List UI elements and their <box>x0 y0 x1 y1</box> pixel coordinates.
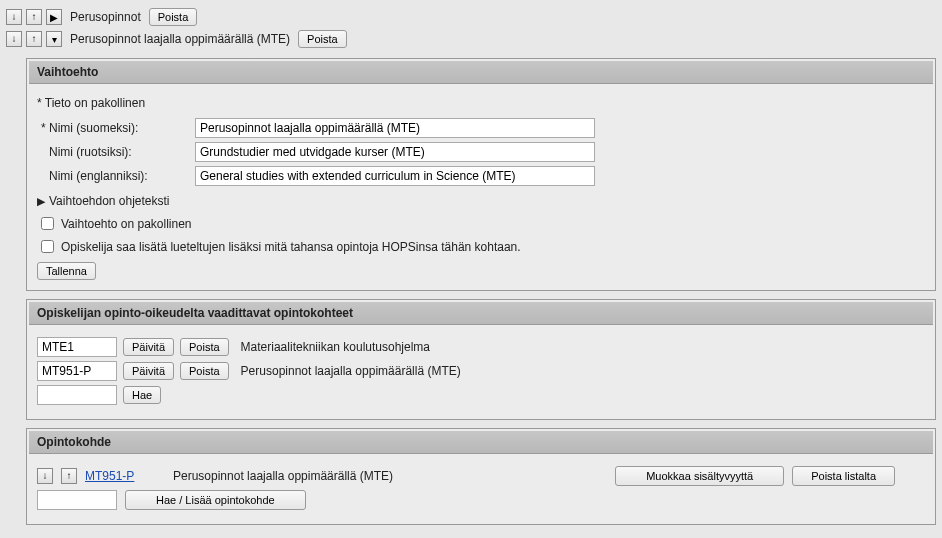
help-expander-label: Vaihtoehdon ohjeteksti <box>49 194 170 208</box>
label-name-fi: Nimi (suomeksi): <box>49 121 138 135</box>
search-button[interactable]: Hae <box>123 386 161 404</box>
required-code-input[interactable] <box>37 361 117 381</box>
required-row: Päivitä Poista Materiaalitekniikan koulu… <box>37 337 925 357</box>
node-title: Perusopinnot <box>70 10 141 24</box>
required-notice: * Tieto on pakollinen <box>37 96 925 110</box>
edit-containment-button[interactable]: Muokkaa sisältyvyyttä <box>615 466 784 486</box>
study-object-code-link[interactable]: MT951-P <box>85 469 165 483</box>
required-row: Päivitä Poista Perusopinnot laajalla opp… <box>37 361 925 381</box>
help-expander[interactable]: ▶ Vaihtoehdon ohjeteksti <box>37 194 925 208</box>
move-down-icon[interactable]: ↓ <box>37 468 53 484</box>
remove-button[interactable]: Poista <box>149 8 198 26</box>
move-up-icon[interactable]: ↑ <box>26 9 42 25</box>
input-name-en[interactable] <box>195 166 595 186</box>
required-search-input[interactable] <box>37 385 117 405</box>
update-button[interactable]: Päivitä <box>123 362 174 380</box>
chevron-right-icon: ▶ <box>37 195 45 208</box>
checkbox-anycourse-row: Opiskelija saa lisätä lueteltujen lisäks… <box>37 237 925 256</box>
label-name-en: Nimi (englanniksi): <box>49 169 148 183</box>
required-search-row: Hae <box>37 385 925 405</box>
remove-from-list-button[interactable]: Poista listalta <box>792 466 895 486</box>
checkbox-anycourse-label: Opiskelija saa lisätä lueteltujen lisäks… <box>61 240 521 254</box>
form-row-name-fi: *Nimi (suomeksi): <box>37 118 925 138</box>
tree-node-row: ↓ ↑ ▶ Perusopinnot Poista <box>6 6 936 28</box>
checkbox-anycourse[interactable] <box>41 240 54 253</box>
required-code-input[interactable] <box>37 337 117 357</box>
panel-study-object: Opintokohde ↓ ↑ MT951-P Perusopinnot laa… <box>26 428 936 525</box>
tree-node-row: ↓ ↑ ▾ Perusopinnot laajalla oppimäärällä… <box>6 28 936 50</box>
input-name-sv[interactable] <box>195 142 595 162</box>
form-row-name-en: Nimi (englanniksi): <box>37 166 925 186</box>
save-button[interactable]: Tallenna <box>37 262 96 280</box>
required-desc: Materiaalitekniikan koulutusohjelma <box>241 340 430 354</box>
panel-vaihtoehto: Vaihtoehto * Tieto on pakollinen *Nimi (… <box>26 58 936 291</box>
remove-button[interactable]: Poista <box>180 338 229 356</box>
study-object-search-input[interactable] <box>37 490 117 510</box>
move-up-icon[interactable]: ↑ <box>61 468 77 484</box>
required-desc: Perusopinnot laajalla oppimäärällä (MTE) <box>241 364 461 378</box>
study-object-title: Perusopinnot laajalla oppimäärällä (MTE) <box>173 469 393 483</box>
collapse-icon[interactable]: ▾ <box>46 31 62 47</box>
checkbox-mandatory-label: Vaihtoehto on pakollinen <box>61 217 192 231</box>
move-down-icon[interactable]: ↓ <box>6 9 22 25</box>
form-row-name-sv: Nimi (ruotsiksi): <box>37 142 925 162</box>
add-study-object-button[interactable]: Hae / Lisää opintokohde <box>125 490 306 510</box>
panel-header: Opiskelijan opinto-oikeudelta vaadittava… <box>29 302 933 325</box>
remove-button[interactable]: Poista <box>298 30 347 48</box>
update-button[interactable]: Päivitä <box>123 338 174 356</box>
required-notice-text: Tieto on pakollinen <box>45 96 145 110</box>
panel-header: Vaihtoehto <box>29 61 933 84</box>
node-title: Perusopinnot laajalla oppimäärällä (MTE) <box>70 32 290 46</box>
move-up-icon[interactable]: ↑ <box>26 31 42 47</box>
checkbox-mandatory[interactable] <box>41 217 54 230</box>
input-name-fi[interactable] <box>195 118 595 138</box>
checkbox-mandatory-row: Vaihtoehto on pakollinen <box>37 214 925 233</box>
panel-required-courses: Opiskelijan opinto-oikeudelta vaadittava… <box>26 299 936 420</box>
label-name-sv: Nimi (ruotsiksi): <box>49 145 132 159</box>
remove-button[interactable]: Poista <box>180 362 229 380</box>
study-object-add-row: Hae / Lisää opintokohde <box>37 490 925 510</box>
panel-header: Opintokohde <box>29 431 933 454</box>
expand-icon[interactable]: ▶ <box>46 9 62 25</box>
study-object-row: ↓ ↑ MT951-P Perusopinnot laajalla oppimä… <box>37 466 925 486</box>
move-down-icon[interactable]: ↓ <box>6 31 22 47</box>
